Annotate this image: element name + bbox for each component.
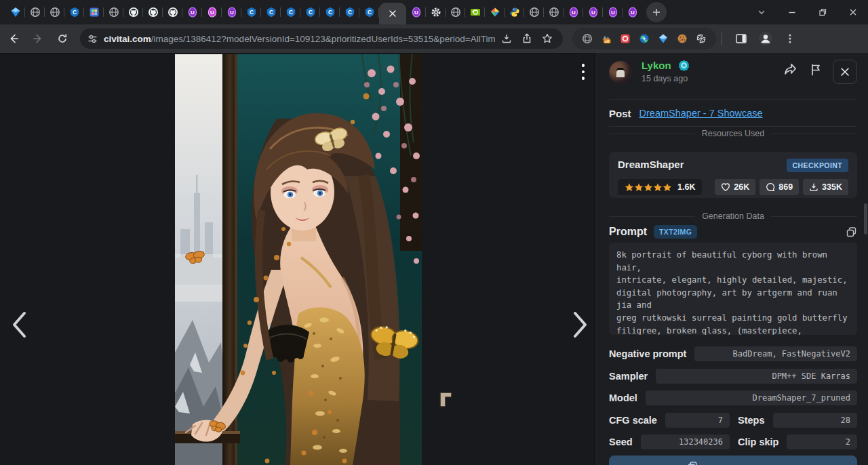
cookie-extension-icon[interactable] xyxy=(673,29,692,48)
tab[interactable] xyxy=(104,0,123,24)
side-panel-button[interactable] xyxy=(730,28,752,49)
avatar[interactable] xyxy=(609,61,632,84)
downloads-pill[interactable]: 335K xyxy=(803,179,848,195)
forward-button[interactable] xyxy=(27,28,49,49)
artwork-image[interactable] xyxy=(175,54,422,465)
image-detail-panel: Lykon 15 days ago Post DreamShaper - xyxy=(594,53,868,465)
report-flag-button[interactable] xyxy=(806,60,826,80)
meta-value[interactable]: 28 xyxy=(773,413,858,428)
tab[interactable] xyxy=(123,0,143,24)
install-app-button[interactable] xyxy=(498,30,515,47)
tab[interactable] xyxy=(524,0,544,24)
next-image-button[interactable] xyxy=(566,306,595,344)
tab[interactable]: C xyxy=(281,0,300,24)
tab[interactable]: C xyxy=(64,0,84,24)
share-button[interactable] xyxy=(518,30,536,47)
tab[interactable] xyxy=(84,0,104,24)
tab[interactable] xyxy=(143,0,163,24)
tab[interactable] xyxy=(544,0,564,24)
tab[interactable] xyxy=(465,0,485,24)
mountain-off-extension-icon[interactable]: off xyxy=(597,29,616,48)
resource-name[interactable]: DreamShaper xyxy=(618,159,684,170)
wire-globe-extension-icon[interactable] xyxy=(578,29,597,48)
tab[interactable]: C xyxy=(359,0,379,24)
url-path: /images/1386412?modelVersionId=109123&pr… xyxy=(151,34,495,44)
meta-row: CFG scale7Steps28 xyxy=(609,413,857,428)
back-icon xyxy=(7,33,20,45)
tab[interactable] xyxy=(163,0,182,24)
browser-window: CUUUCCCCCCCUUUUU xyxy=(0,0,868,465)
tab[interactable] xyxy=(485,0,505,24)
previous-image-button[interactable] xyxy=(4,306,34,344)
globe-icon xyxy=(50,7,60,18)
tab[interactable]: U xyxy=(182,0,202,24)
restore-button[interactable] xyxy=(807,0,837,24)
tab[interactable] xyxy=(426,0,446,24)
tab[interactable]: C xyxy=(320,0,340,24)
url-domain: civitai.com xyxy=(104,34,151,44)
close-window-button[interactable] xyxy=(837,0,868,24)
tab[interactable] xyxy=(446,0,465,24)
bookmark-button[interactable] xyxy=(538,30,556,47)
image-options-menu-button[interactable] xyxy=(576,60,590,83)
tab-search-button[interactable] xyxy=(746,0,776,24)
tab[interactable]: U xyxy=(406,0,426,24)
close-icon xyxy=(840,66,850,77)
address-bar[interactable]: civitai.com/images/1386412?modelVersionI… xyxy=(80,28,563,49)
tab[interactable]: U xyxy=(583,0,603,24)
tab[interactable]: C xyxy=(261,0,281,24)
prompt-text[interactable]: 8k portrait of beautiful cyborg with bro… xyxy=(609,243,857,335)
tab[interactable]: U xyxy=(222,0,241,24)
star-icon xyxy=(663,183,672,192)
meta-value[interactable]: BadDream, FastNegativeV2 xyxy=(694,346,857,361)
meta-label: Negative prompt xyxy=(609,346,686,361)
minimize-button[interactable] xyxy=(776,0,807,24)
meta-label: Seed xyxy=(609,434,633,449)
resource-card[interactable]: DreamShaper CHECKPOINT 1.6K 26K 869 xyxy=(609,152,857,198)
earth-plus-extension-icon[interactable] xyxy=(635,29,654,48)
share-arrow-icon xyxy=(783,62,797,77)
record-red-extension-icon[interactable] xyxy=(616,29,635,48)
rating-pill[interactable]: 1.6K xyxy=(618,179,702,195)
puzzle-extension-icon[interactable] xyxy=(692,29,711,48)
tab[interactable]: C xyxy=(340,0,359,24)
tab[interactable]: C xyxy=(300,0,320,24)
meta-value[interactable]: 2 xyxy=(787,434,857,449)
tab[interactable] xyxy=(25,0,45,24)
profile-button[interactable] xyxy=(755,28,776,49)
extensions-group: off xyxy=(572,28,716,49)
post-link[interactable]: DreamShaper - 7 Showcase xyxy=(639,108,763,119)
new-tab-button[interactable] xyxy=(646,2,667,22)
blue-gem-extension-icon[interactable] xyxy=(654,29,673,48)
tab[interactable]: U xyxy=(202,0,222,24)
svg-text:off: off xyxy=(605,39,610,43)
tab[interactable] xyxy=(45,0,64,24)
tab[interactable]: U xyxy=(623,0,642,24)
panel-scrollbar-thumb[interactable] xyxy=(864,203,867,235)
tab[interactable] xyxy=(5,0,25,24)
reload-button[interactable] xyxy=(52,28,73,49)
star-icon xyxy=(634,183,644,192)
meta-value[interactable]: DPM++ SDE Karras xyxy=(656,369,857,384)
tab-active[interactable] xyxy=(379,3,406,24)
comments-pill[interactable]: 869 xyxy=(760,179,799,195)
post-label: Post xyxy=(609,108,631,119)
back-button[interactable] xyxy=(3,28,24,49)
close-panel-button[interactable] xyxy=(833,60,857,84)
prompt-label: Prompt xyxy=(609,226,647,238)
civitai-gem-icon xyxy=(10,7,21,18)
meta-value[interactable]: 132340236 xyxy=(641,434,730,449)
likes-pill[interactable]: 26K xyxy=(715,179,755,195)
tab[interactable]: C xyxy=(241,0,261,24)
browser-menu-button[interactable] xyxy=(779,28,801,49)
copy-generation-data-button[interactable] xyxy=(609,456,857,465)
share-post-button[interactable] xyxy=(780,60,800,80)
meta-value[interactable]: DreamShaper_7_pruned xyxy=(646,390,857,405)
tab[interactable]: U xyxy=(603,0,623,24)
meta-value[interactable]: 7 xyxy=(665,413,730,428)
tab[interactable] xyxy=(505,0,524,24)
copy-prompt-button[interactable] xyxy=(846,226,857,238)
tab[interactable]: U xyxy=(564,0,583,24)
username-link[interactable]: Lykon xyxy=(642,60,671,71)
window-controls xyxy=(746,0,868,24)
